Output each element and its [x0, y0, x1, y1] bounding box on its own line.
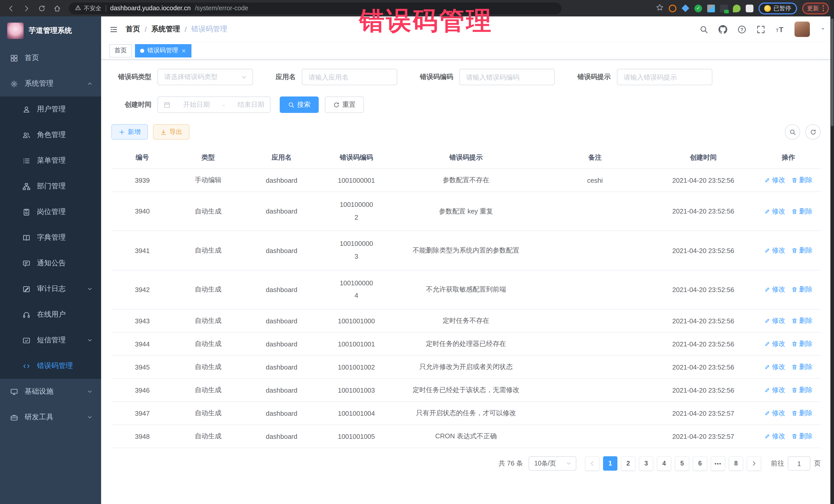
- page-button-6[interactable]: 6: [693, 456, 707, 470]
- app-name-input[interactable]: [302, 69, 397, 85]
- error-type-select[interactable]: 请选择错误码类型: [158, 69, 253, 85]
- close-icon[interactable]: [181, 48, 186, 53]
- sidebar-item-home[interactable]: 首页: [0, 45, 101, 71]
- tab-home[interactable]: 首页: [109, 44, 132, 57]
- filter-code-label: 错误码编码: [420, 72, 453, 82]
- delete-link[interactable]: 删除: [791, 339, 812, 349]
- edit-link[interactable]: 修改: [764, 339, 785, 349]
- extension-icon[interactable]: ✓: [695, 4, 702, 12]
- github-icon[interactable]: [719, 25, 727, 34]
- cell-app: dashboard: [243, 378, 321, 401]
- browser-home-icon[interactable]: [51, 3, 63, 14]
- search-icon[interactable]: [700, 25, 708, 34]
- edit-link[interactable]: 修改: [764, 316, 785, 325]
- profile-paused-badge[interactable]: 已暂停: [759, 2, 797, 14]
- edit-link[interactable]: 修改: [764, 246, 785, 255]
- show-search-button[interactable]: [785, 124, 800, 139]
- sidebar-item-label: 首页: [25, 53, 93, 63]
- page-size-select[interactable]: 10条/页: [529, 456, 576, 470]
- edit-link[interactable]: 修改: [764, 176, 785, 185]
- delete-link[interactable]: 删除: [791, 316, 812, 325]
- extension-icon[interactable]: [733, 4, 741, 12]
- browser-reload-icon[interactable]: [36, 3, 47, 14]
- sidebar-item-dept-management[interactable]: 部门管理: [0, 174, 101, 199]
- prev-page-button[interactable]: [585, 456, 599, 470]
- filter-type-label: 错误码类型: [111, 72, 151, 82]
- trash-icon: [791, 387, 797, 393]
- delete-link[interactable]: 删除: [791, 285, 812, 294]
- edit-link[interactable]: 修改: [764, 363, 785, 372]
- date-range-picker[interactable]: 开始日期 - 结束日期: [158, 96, 270, 113]
- fullscreen-icon[interactable]: [756, 25, 765, 34]
- security-status[interactable]: 不安全: [75, 4, 101, 12]
- extension-icon[interactable]: [669, 4, 676, 12]
- search-button[interactable]: 搜索: [280, 96, 319, 113]
- page-button-8[interactable]: 8: [729, 456, 743, 470]
- cell-remark: [540, 425, 650, 448]
- delete-link[interactable]: 删除: [791, 386, 812, 395]
- page-button-2[interactable]: 2: [621, 456, 635, 470]
- avatar[interactable]: [794, 22, 810, 37]
- sidebar-item-dict-management[interactable]: 字典管理: [0, 225, 101, 250]
- next-page-button[interactable]: [747, 456, 761, 470]
- edit-icon: [764, 341, 770, 347]
- delete-link[interactable]: 删除: [791, 409, 812, 418]
- extension-icon[interactable]: [707, 4, 715, 12]
- error-code-input[interactable]: [459, 69, 555, 85]
- browser-menu-icon[interactable]: [822, 5, 824, 11]
- extension-icon[interactable]: [682, 4, 689, 12]
- edit-link[interactable]: 修改: [764, 386, 785, 395]
- delete-link[interactable]: 删除: [791, 206, 812, 216]
- sidebar-item-system-management[interactable]: 系统管理: [0, 71, 101, 96]
- breadcrumb-separator: /: [185, 25, 187, 34]
- sidebar-item-user-management[interactable]: 用户管理: [0, 96, 101, 122]
- sidebar-item-audit-log[interactable]: 审计日志: [0, 276, 101, 302]
- scrollbar[interactable]: [830, 0, 834, 504]
- edit-link[interactable]: 修改: [764, 285, 785, 294]
- page-button-1[interactable]: 1: [603, 456, 617, 470]
- font-size-icon[interactable]: TT: [775, 25, 784, 34]
- edit-link[interactable]: 修改: [764, 409, 785, 418]
- error-msg-input[interactable]: [617, 69, 712, 85]
- browser-update-button[interactable]: 更新: [802, 2, 829, 14]
- page-button-3[interactable]: 3: [639, 456, 653, 470]
- page-button-4[interactable]: 4: [657, 456, 671, 470]
- sidebar-item-post-management[interactable]: 岗位管理: [0, 199, 101, 225]
- sidebar-item-menu-management[interactable]: 菜单管理: [0, 148, 101, 174]
- cell-code: 1001000004: [320, 270, 392, 309]
- sidebar-toggle[interactable]: [109, 25, 118, 34]
- delete-link[interactable]: 删除: [791, 363, 812, 372]
- export-button[interactable]: 导出: [153, 124, 190, 139]
- sidebar-item-label: 错误码管理: [37, 361, 93, 371]
- chevron-down-icon[interactable]: [820, 25, 826, 34]
- sidebar-item-role-management[interactable]: 角色管理: [0, 122, 101, 148]
- sidebar-item-dev-tools[interactable]: 研发工具: [0, 404, 101, 430]
- bookmark-star-icon[interactable]: [656, 3, 664, 13]
- add-button[interactable]: 新增: [111, 124, 148, 139]
- delete-link[interactable]: 删除: [791, 432, 812, 441]
- reset-button[interactable]: 重置: [325, 96, 364, 113]
- delete-link[interactable]: 删除: [791, 176, 812, 185]
- breadcrumb-item[interactable]: 系统管理: [151, 25, 180, 34]
- sidebar-item-notice-announcement[interactable]: 通知公告: [0, 250, 101, 276]
- goto-page-input[interactable]: [788, 456, 810, 470]
- sidebar-item-infrastructure[interactable]: 基础设施: [0, 379, 101, 404]
- extension-icon[interactable]: [720, 4, 728, 12]
- tab-error-code[interactable]: 错误码管理: [135, 44, 192, 57]
- browser-forward-icon[interactable]: [21, 3, 32, 14]
- app-logo-row[interactable]: 芋道管理系统: [0, 17, 101, 45]
- sidebar-item-sms-management[interactable]: 短信管理: [0, 327, 101, 353]
- delete-link[interactable]: 删除: [791, 246, 812, 255]
- sidebar-item-error-code-management[interactable]: 错误码管理: [0, 353, 101, 379]
- edit-link[interactable]: 修改: [764, 432, 785, 441]
- sidebar-item-online-users[interactable]: 在线用户: [0, 302, 101, 327]
- browser-back-icon[interactable]: [5, 3, 17, 14]
- extension-icon[interactable]: [746, 4, 753, 12]
- help-icon[interactable]: ?: [738, 25, 746, 34]
- page-button-5[interactable]: 5: [675, 456, 689, 470]
- breadcrumb-item[interactable]: 首页: [126, 25, 140, 34]
- scrollbar-thumb[interactable]: [831, 19, 833, 126]
- refresh-table-button[interactable]: [805, 124, 821, 139]
- pager-ellipsis[interactable]: •••: [711, 456, 725, 470]
- edit-link[interactable]: 修改: [764, 206, 785, 216]
